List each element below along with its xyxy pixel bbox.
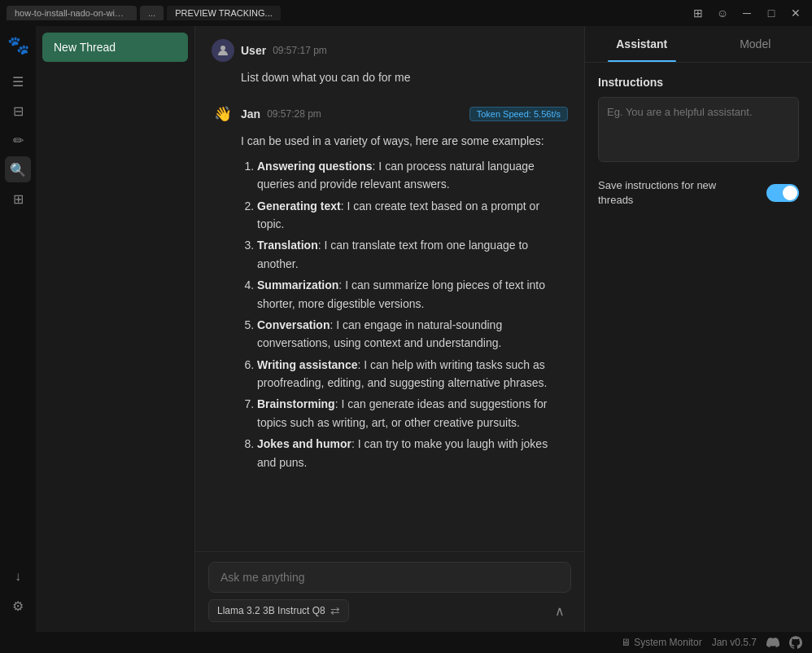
edit-icon[interactable]: ✏ xyxy=(5,127,31,153)
right-panel: Assistant Model Instructions Save instru… xyxy=(584,26,812,632)
assistant-message-meta: Jan 09:57:28 pm Token Speed: 5.56t/s xyxy=(241,107,568,121)
instructions-textarea[interactable] xyxy=(598,97,799,162)
model-name: Llama 3.2 3B Instruct Q8 xyxy=(217,605,325,616)
layout-button[interactable]: ⊞ xyxy=(688,3,708,23)
monitor-icon: 🖥 xyxy=(621,637,631,648)
titlebar-tab-1[interactable]: how-to-install-nado-on-windows7web... xyxy=(7,6,137,20)
capabilities-list: Answering questions: I can process natur… xyxy=(241,157,568,471)
toggle-knob xyxy=(783,186,797,200)
assistant-message: 👋 Jan 09:57:28 pm Token Speed: 5.56t/s I… xyxy=(212,103,568,471)
thread-item-new[interactable]: New Thread xyxy=(42,33,188,62)
save-instructions-toggle[interactable] xyxy=(766,184,799,202)
right-panel-content: Instructions Save instructions for new t… xyxy=(585,63,812,632)
bookmark-icon[interactable]: ⊟ xyxy=(5,98,31,124)
assistant-message-header: 👋 Jan 09:57:28 pm Token Speed: 5.56t/s xyxy=(212,103,568,125)
titlebar-tab-3[interactable]: PREVIEW TRACKING... xyxy=(167,6,281,20)
user-message-time: 09:57:17 pm xyxy=(273,45,327,56)
tab-model[interactable]: Model xyxy=(699,26,813,62)
titlebar-controls: ⊞ ☺ ─ □ ✕ xyxy=(688,3,805,23)
close-button[interactable]: ✕ xyxy=(786,3,805,23)
user-message: User 09:57:17 pm List down what you can … xyxy=(212,39,568,86)
titlebar-left: how-to-install-nado-on-windows7web... ..… xyxy=(7,6,281,20)
instructions-label: Instructions xyxy=(598,76,799,89)
monitor-label: System Monitor xyxy=(634,637,701,648)
capability-4: Summarization: I can summarize long piec… xyxy=(257,276,568,313)
capability-6: Writing assistance: I can help with writ… xyxy=(257,356,568,392)
sidebar-thread-list: New Thread xyxy=(36,26,194,68)
capability-2: Generating text: I can create text based… xyxy=(257,197,568,234)
chat-input-placeholder: Ask me anything xyxy=(208,562,571,593)
chat-input-footer: Llama 3.2 3B Instruct Q8 ⇄ ∧ xyxy=(208,599,571,622)
icon-bar-top: ☰ ⊟ ✏ 🔍 ⊞ xyxy=(5,68,31,560)
svg-point-0 xyxy=(220,46,225,50)
save-instructions-row: Save instructions for new threads xyxy=(598,178,799,208)
minimize-button[interactable]: ─ xyxy=(737,3,757,23)
system-monitor-item[interactable]: 🖥 System Monitor xyxy=(621,637,701,648)
user-avatar xyxy=(212,39,234,62)
assistant-name: Jan xyxy=(241,107,260,121)
user-message-header: User 09:57:17 pm xyxy=(212,39,568,62)
github-icon xyxy=(789,636,802,649)
model-selector[interactable]: Llama 3.2 3B Instruct Q8 ⇄ xyxy=(208,599,349,622)
titlebar-tab-2[interactable]: ... xyxy=(140,6,164,20)
menu-icon[interactable]: ☰ xyxy=(5,68,31,94)
version-item: Jan v0.5.7 xyxy=(712,637,757,648)
statusbar: 🖥 System Monitor Jan v0.5.7 xyxy=(0,632,812,653)
right-panel-tabs: Assistant Model xyxy=(585,26,812,63)
token-speed-badge: Token Speed: 5.56t/s xyxy=(469,107,568,121)
assistant-intro: I can be used in a variety of ways, here… xyxy=(241,132,568,150)
maximize-button[interactable]: □ xyxy=(762,3,781,23)
assistant-avatar: 👋 xyxy=(212,103,234,125)
save-instructions-label: Save instructions for new threads xyxy=(598,178,744,208)
icon-bar-bottom: ↓ ⚙ xyxy=(5,563,31,625)
logo-icon: 🐾 xyxy=(7,35,29,56)
main-layout: 🐾 ☰ ⊟ ✏ 🔍 ⊞ ↓ ⚙ New Thread xyxy=(0,26,812,632)
settings-icon[interactable]: ⚙ xyxy=(5,593,31,619)
capability-7: Brainstorming: I can generate ideas and … xyxy=(257,395,568,432)
search-icon[interactable]: 🔍 xyxy=(5,156,31,182)
app-logo: 🐾 xyxy=(5,33,31,59)
import-icon[interactable]: ↓ xyxy=(5,563,31,589)
user-name: User xyxy=(241,44,266,57)
github-item[interactable] xyxy=(789,636,802,649)
capability-1: Answering questions: I can process natur… xyxy=(257,157,568,194)
discord-icon xyxy=(766,636,779,649)
icon-bar: 🐾 ☰ ⊟ ✏ 🔍 ⊞ ↓ ⚙ xyxy=(0,26,36,632)
titlebar: how-to-install-nado-on-windows7web... ..… xyxy=(0,0,812,26)
chat-input-area: Ask me anything Llama 3.2 3B Instruct Q8… xyxy=(195,551,584,632)
tab-assistant[interactable]: Assistant xyxy=(585,26,699,62)
chat-messages: User 09:57:17 pm List down what you can … xyxy=(195,26,584,551)
grid-icon[interactable]: ⊞ xyxy=(5,186,31,212)
titlebar-tabs: how-to-install-nado-on-windows7web... ..… xyxy=(7,6,281,20)
assistant-message-content: I can be used in a variety of ways, here… xyxy=(241,132,568,471)
emoji-button[interactable]: ☺ xyxy=(713,3,732,23)
assistant-message-time: 09:57:28 pm xyxy=(267,108,321,120)
version-label: Jan v0.5.7 xyxy=(712,637,757,648)
sidebar: New Thread xyxy=(36,26,195,632)
capability-8: Jokes and humor: I can try to make you l… xyxy=(257,435,568,471)
model-switch-icon: ⇄ xyxy=(330,604,340,617)
chat-area: User 09:57:17 pm List down what you can … xyxy=(195,26,584,632)
capability-5: Conversation: I can engage in natural-so… xyxy=(257,316,568,353)
user-message-content: List down what you can do for me xyxy=(241,68,568,86)
discord-item[interactable] xyxy=(766,636,779,649)
capability-3: Translation: I can translate text from o… xyxy=(257,236,568,273)
expand-button[interactable]: ∧ xyxy=(548,599,571,622)
user-message-meta: User 09:57:17 pm xyxy=(241,44,568,57)
